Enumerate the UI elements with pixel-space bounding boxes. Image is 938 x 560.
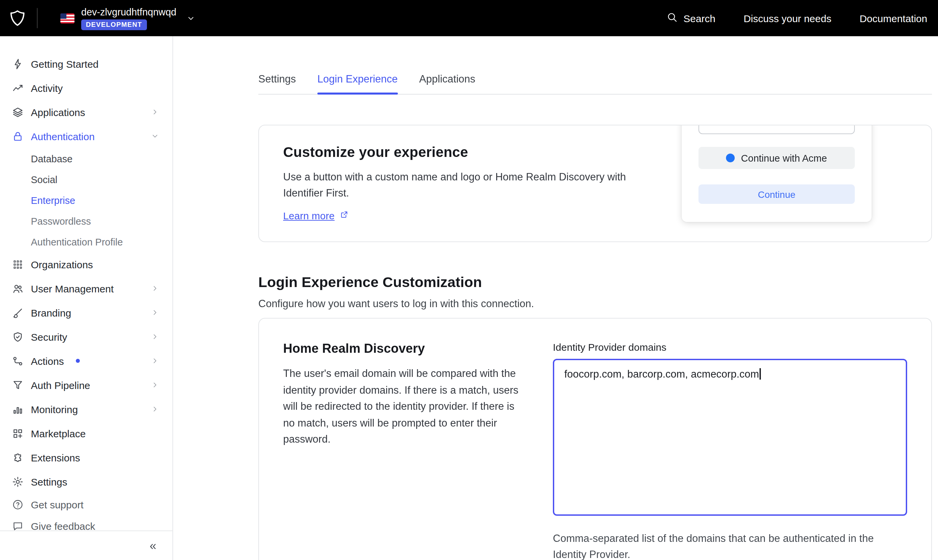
preview-email-input[interactable] (698, 125, 855, 134)
sidebar-item-extensions[interactable]: Extensions (0, 445, 173, 469)
search-icon (666, 11, 677, 25)
feedback-icon (12, 520, 23, 531)
activity-icon (12, 82, 23, 94)
sidebar-item-authentication-profile[interactable]: Authentication Profile (0, 231, 173, 252)
sidebar-item-label: Getting Started (31, 58, 99, 69)
search-button[interactable]: Search (666, 11, 715, 25)
tab-login-experience[interactable]: Login Experience (317, 73, 398, 94)
tab-applications[interactable]: Applications (419, 73, 475, 94)
documentation-link[interactable]: Documentation (859, 12, 927, 24)
sidebar-item-label: Give feedback (31, 520, 95, 531)
tab-settings[interactable]: Settings (258, 73, 296, 94)
tenant-name: dev-zlvgrudhtfnqnwqd (81, 6, 176, 17)
acme-logo-icon (726, 154, 735, 162)
sidebar-item-passwordless[interactable]: Passwordless (0, 211, 173, 231)
app-root: dev-zlvgrudhtfnqnwqd DEVELOPMENT Search … (0, 0, 938, 560)
collapse-sidebar-button[interactable]: « (149, 540, 156, 552)
sidebar-item-security[interactable]: Security (0, 325, 173, 349)
idp-domains-helper-text: Comma-separated list of the domains that… (553, 531, 907, 560)
sidebar-item-auth-pipeline[interactable]: Auth Pipeline (0, 373, 173, 397)
sidebar-item-label: Extensions (31, 452, 80, 463)
chevron-right-icon (151, 285, 159, 292)
sidebar-item-social[interactable]: Social (0, 169, 173, 190)
grid-icon (12, 258, 23, 270)
chevron-right-icon (151, 405, 159, 413)
sidebar-item-branding[interactable]: Branding (0, 300, 173, 325)
acme-button-label: Continue with Acme (741, 152, 827, 163)
idp-domains-input[interactable]: foocorp.com, barcorp.com, acmecorp.com (553, 359, 907, 516)
chevron-right-icon (151, 357, 159, 365)
sidebar-item-label: Monitoring (31, 403, 78, 415)
search-label: Search (683, 12, 715, 24)
puzzle-icon (12, 452, 23, 463)
us-flag-icon (60, 13, 74, 23)
main-content: Settings Login Experience Applications C… (173, 36, 938, 560)
sidebar-item-label: Organizations (31, 258, 93, 270)
sidebar-item-give-feedback[interactable]: Give feedback (0, 515, 173, 531)
section-subtitle: Configure how you want users to log in w… (258, 298, 932, 310)
chevron-down-icon (186, 14, 195, 23)
sidebar-item-user-management[interactable]: User Management (0, 276, 173, 300)
text-caret (760, 368, 761, 380)
chevron-right-icon (151, 108, 159, 116)
layers-icon (12, 106, 23, 118)
continue-button[interactable]: Continue (698, 185, 855, 204)
sidebar-item-settings[interactable]: Settings (0, 469, 173, 494)
sidebar-item-organizations[interactable]: Organizations (0, 252, 173, 276)
customize-card-description: Use a button with a custom name and logo… (283, 169, 640, 201)
sidebar-item-marketplace[interactable]: Marketplace (0, 421, 173, 445)
continue-with-acme-button[interactable]: Continue with Acme (698, 147, 855, 169)
tenant-switcher[interactable]: dev-zlvgrudhtfnqnwqd DEVELOPMENT (60, 6, 195, 30)
chevron-right-icon (151, 381, 159, 389)
customize-experience-card: Customize your experience Use a button w… (258, 125, 932, 242)
topbar-divider (37, 8, 38, 28)
chevron-right-icon (151, 333, 159, 341)
sidebar-item-label: Actions (31, 355, 64, 366)
chevron-down-icon (151, 132, 159, 140)
hrd-title: Home Realm Discovery (283, 342, 519, 356)
brush-icon (12, 307, 23, 318)
sidebar-item-applications[interactable]: Applications (0, 100, 173, 124)
external-link-icon (339, 210, 348, 221)
hrd-description: The user's email domain will be compared… (283, 366, 519, 448)
auth0-logo-icon[interactable] (9, 9, 26, 27)
chevron-right-icon (151, 309, 159, 317)
flow-icon (12, 355, 23, 366)
environment-badge: DEVELOPMENT (81, 19, 147, 30)
section-title: Login Experience Customization (258, 274, 932, 291)
home-realm-discovery-card: Home Realm Discovery The user's email do… (258, 318, 932, 560)
learn-more-label: Learn more (283, 210, 334, 221)
users-icon (12, 283, 23, 294)
bolt-icon (12, 58, 23, 69)
grid-plus-icon (12, 428, 23, 439)
bar-chart-icon (12, 403, 23, 415)
lock-icon (12, 131, 23, 142)
sidebar-item-database[interactable]: Database (0, 148, 173, 169)
discuss-your-needs-link[interactable]: Discuss your needs (744, 12, 831, 24)
idp-domains-value: foocorp.com, barcorp.com, acmecorp.com (564, 368, 759, 380)
sidebar-item-label: Get support (31, 498, 83, 510)
sidebar-item-label: Activity (31, 82, 63, 94)
sidebar-item-authentication[interactable]: Authentication (0, 124, 173, 148)
tab-bar: Settings Login Experience Applications (258, 73, 932, 95)
learn-more-link[interactable]: Learn more (283, 210, 348, 221)
sidebar-item-label: Security (31, 331, 67, 342)
sidebar-item-activity[interactable]: Activity (0, 76, 173, 100)
sidebar-item-getting-started[interactable]: Getting Started (0, 52, 173, 76)
sidebar-item-monitoring[interactable]: Monitoring (0, 397, 173, 421)
sidebar-item-label: Branding (31, 307, 71, 318)
sidebar-item-enterprise[interactable]: Enterprise (0, 190, 173, 211)
sidebar-item-label: User Management (31, 283, 114, 294)
funnel-icon (12, 379, 23, 391)
sidebar: Getting Started Activity Applications (0, 36, 173, 560)
login-preview-panel: Continue with Acme Continue (682, 125, 872, 222)
idp-domains-label: Identity Provider domains (553, 342, 907, 353)
topbar: dev-zlvgrudhtfnqnwqd DEVELOPMENT Search … (0, 0, 938, 36)
sidebar-nav: Getting Started Activity Applications (0, 36, 173, 531)
sidebar-item-actions[interactable]: Actions (0, 349, 173, 373)
sidebar-item-get-support[interactable]: Get support (0, 494, 173, 515)
sidebar-item-label: Marketplace (31, 428, 86, 439)
gear-icon (12, 476, 23, 487)
sidebar-item-label: Auth Pipeline (31, 379, 90, 391)
notification-dot (76, 359, 80, 363)
